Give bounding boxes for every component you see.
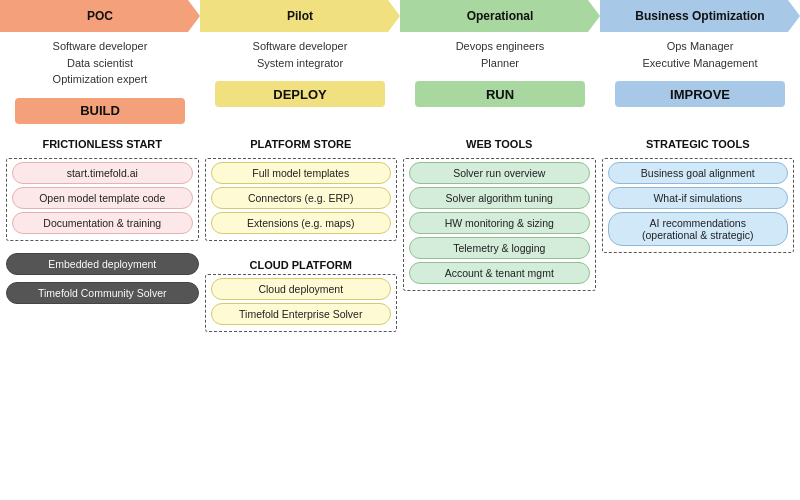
phase-label-poc: POC xyxy=(87,9,113,23)
frictionless-title: FRICTIONLESS START xyxy=(6,138,199,150)
platform-title: PLATFORM STORE xyxy=(205,138,398,150)
platform-items-box: Full model templates Connectors (e.g. ER… xyxy=(205,158,398,241)
cloud-item-0: Cloud deployment xyxy=(211,278,392,300)
phase-roles-operational: Devops engineersPlanner xyxy=(452,32,549,77)
platform-item-0: Full model templates xyxy=(211,162,392,184)
phase-label-operational: Operational xyxy=(467,9,534,23)
strategic-item-2: AI recommendations(operational & strateg… xyxy=(608,212,789,246)
frictionless-col: FRICTIONLESS START start.timefold.ai Ope… xyxy=(6,138,199,496)
phase-label-pilot: Pilot xyxy=(287,9,313,23)
phase-arrow-bizopt: Business Optimization xyxy=(600,0,800,32)
phase-col-operational: Operational Devops engineersPlanner RUN xyxy=(400,0,600,130)
phase-roles-bizopt: Ops ManagerExecutive Management xyxy=(639,32,762,77)
cloud-platform-title: CLOUD PLATFORM xyxy=(205,259,398,271)
cloud-items-box: Cloud deployment Timefold Enterprise Sol… xyxy=(205,274,398,332)
phase-badge-poc: BUILD xyxy=(15,98,185,124)
strategic-item-0: Business goal alignment xyxy=(608,162,789,184)
cloud-platform-section: CLOUD PLATFORM Cloud deployment Timefold… xyxy=(205,253,398,332)
phase-arrow-poc: POC xyxy=(0,0,200,32)
main-container: POC Software developerData scientistOpti… xyxy=(0,0,800,500)
webtools-item-4: Account & tenant mgmt xyxy=(409,262,590,284)
phase-col-poc: POC Software developerData scientistOpti… xyxy=(0,0,200,130)
phase-label-bizopt: Business Optimization xyxy=(635,9,764,23)
strategic-col: STRATEGIC TOOLS Business goal alignment … xyxy=(602,138,795,496)
frictionless-items-box: start.timefold.ai Open model template co… xyxy=(6,158,199,241)
frictionless-item-1: Open model template code xyxy=(12,187,193,209)
platform-item-2: Extensions (e.g. maps) xyxy=(211,212,392,234)
cloud-item-1: Timefold Enterprise Solver xyxy=(211,303,392,325)
phase-badge-bizopt: IMPROVE xyxy=(615,81,785,107)
webtools-item-3: Telemetry & logging xyxy=(409,237,590,259)
strategic-title: STRATEGIC TOOLS xyxy=(602,138,795,150)
frictionless-bottom-1: Timefold Community Solver xyxy=(6,282,199,304)
phase-section: POC Software developerData scientistOpti… xyxy=(0,0,800,130)
webtools-item-0: Solver run overview xyxy=(409,162,590,184)
webtools-col: WEB TOOLS Solver run overview Solver alg… xyxy=(403,138,596,496)
phase-roles-pilot: Software developerSystem integrator xyxy=(249,32,352,77)
phase-badge-pilot: DEPLOY xyxy=(215,81,385,107)
content-section: FRICTIONLESS START start.timefold.ai Ope… xyxy=(0,130,800,500)
webtools-item-1: Solver algorithm tuning xyxy=(409,187,590,209)
phase-arrow-operational: Operational xyxy=(400,0,600,32)
frictionless-item-0: start.timefold.ai xyxy=(12,162,193,184)
phase-arrow-pilot: Pilot xyxy=(200,0,400,32)
phase-badge-operational: RUN xyxy=(415,81,585,107)
strategic-items-box: Business goal alignment What-if simulati… xyxy=(602,158,795,253)
phase-col-pilot: Pilot Software developerSystem integrato… xyxy=(200,0,400,130)
webtools-title: WEB TOOLS xyxy=(403,138,596,150)
frictionless-bottom-0: Embedded deployment xyxy=(6,253,199,275)
frictionless-item-2: Documentation & training xyxy=(12,212,193,234)
platform-col: PLATFORM STORE Full model templates Conn… xyxy=(205,138,398,496)
webtools-item-2: HW monitoring & sizing xyxy=(409,212,590,234)
phase-col-bizopt: Business Optimization Ops ManagerExecuti… xyxy=(600,0,800,130)
platform-item-1: Connectors (e.g. ERP) xyxy=(211,187,392,209)
strategic-item-1: What-if simulations xyxy=(608,187,789,209)
webtools-items-box: Solver run overview Solver algorithm tun… xyxy=(403,158,596,291)
phase-roles-poc: Software developerData scientistOptimiza… xyxy=(49,32,152,94)
